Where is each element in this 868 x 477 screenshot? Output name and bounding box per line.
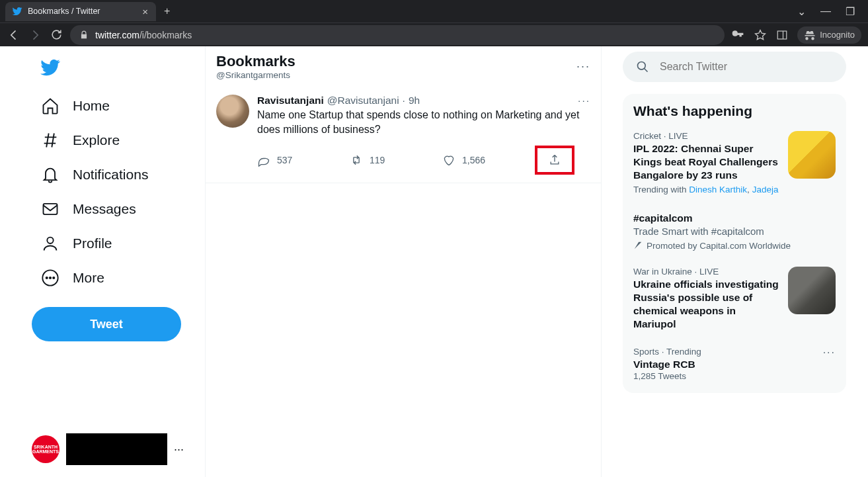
header-more-icon[interactable]: ··· <box>576 60 590 73</box>
promoted-icon <box>633 241 643 250</box>
trend-item[interactable]: War in Ukraine · LIVE Ukraine officials … <box>623 259 846 339</box>
nav-messages[interactable]: Messages <box>32 192 157 226</box>
bell-icon <box>41 165 59 184</box>
tab-strip: Bookmarks / Twitter × + ⌄ ― ❐ <box>0 0 868 22</box>
retweet-icon <box>350 153 363 167</box>
nav-explore[interactable]: Explore <box>32 123 157 157</box>
trend-thumbnail <box>788 267 836 314</box>
reload-button[interactable] <box>49 28 63 42</box>
nav-more[interactable]: More <box>32 261 157 295</box>
back-button[interactable] <box>7 28 21 42</box>
incognito-icon <box>804 29 816 41</box>
account-name-redacted <box>66 433 167 465</box>
search-box[interactable] <box>623 52 846 82</box>
lock-icon <box>79 30 89 40</box>
forward-button[interactable] <box>28 28 42 42</box>
svg-point-5 <box>46 277 48 279</box>
tweet-button[interactable]: Tweet <box>32 307 181 341</box>
svg-point-7 <box>53 277 54 279</box>
svg-rect-0 <box>777 31 787 39</box>
page-title: Bookmarks <box>216 53 296 70</box>
tweet-time[interactable]: 9h <box>409 95 420 107</box>
minimize-icon[interactable]: ― <box>820 5 831 17</box>
account-avatar: SRIKANTH GARMENTS <box>32 435 59 463</box>
tweet-text: Name one Startup that spends close to no… <box>257 108 590 138</box>
share-icon <box>548 153 561 167</box>
page-header: Bookmarks @Srikantgarments ··· <box>206 46 601 87</box>
whats-happening-heading: What's happening <box>623 103 846 123</box>
svg-point-3 <box>47 238 53 243</box>
tweet-avatar[interactable] <box>216 95 249 128</box>
more-circle-icon <box>41 269 59 287</box>
address-bar[interactable]: twitter.com/i/bookmarks <box>70 25 725 45</box>
star-icon[interactable] <box>754 28 767 42</box>
browser-tab[interactable]: Bookmarks / Twitter × <box>5 2 156 21</box>
tweet-more-icon[interactable]: ··· <box>578 95 590 107</box>
search-input[interactable] <box>660 61 833 73</box>
home-icon <box>41 97 59 115</box>
twitter-logo[interactable] <box>32 53 69 85</box>
reply-icon <box>257 153 270 167</box>
trend-item[interactable]: Cricket · LIVE IPL 2022: Chennai Super K… <box>623 123 846 202</box>
page-subtitle: @Srikantgarments <box>216 70 296 80</box>
incognito-indicator[interactable]: Incognito <box>797 26 861 44</box>
nav-notifications[interactable]: Notifications <box>32 157 157 192</box>
chevron-down-icon[interactable]: ⌄ <box>797 5 806 18</box>
reply-button[interactable]: 537 <box>257 153 350 167</box>
trend-thumbnail <box>788 131 836 179</box>
new-tab-button[interactable]: + <box>164 5 170 17</box>
share-button[interactable] <box>535 146 574 175</box>
maximize-icon[interactable]: ❐ <box>846 5 855 18</box>
tweet-handle[interactable]: @Ravisutanjani <box>327 95 399 107</box>
trend-item[interactable]: ··· Sports · Trending Vintage RCB 1,285 … <box>623 339 846 389</box>
svg-rect-2 <box>44 204 58 214</box>
like-button[interactable]: 1,566 <box>442 153 535 167</box>
retweet-button[interactable]: 119 <box>350 153 442 167</box>
nav-home[interactable]: Home <box>32 89 157 123</box>
svg-point-6 <box>50 277 51 279</box>
key-icon[interactable] <box>731 28 744 42</box>
svg-point-8 <box>638 62 646 70</box>
account-more-icon[interactable]: ··· <box>174 443 184 456</box>
trend-more-icon[interactable]: ··· <box>823 347 836 359</box>
heart-icon <box>442 153 455 167</box>
trend-item[interactable]: #capitalcom Trade Smart with #capitalcom… <box>623 202 846 258</box>
envelope-icon <box>41 200 59 218</box>
twitter-favicon-icon <box>12 6 22 17</box>
nav-profile[interactable]: Profile <box>32 226 157 261</box>
tweet[interactable]: Ravisutanjani @Ravisutanjani · 9h ··· Na… <box>206 87 601 183</box>
tab-title: Bookmarks / Twitter <box>28 7 100 16</box>
hashtag-icon <box>41 131 59 150</box>
panel-icon[interactable] <box>776 29 788 41</box>
search-icon <box>636 60 649 73</box>
person-icon <box>41 234 59 253</box>
account-switcher[interactable]: SRIKANTH GARMENTS ··· <box>32 433 184 465</box>
tweet-author[interactable]: Ravisutanjani <box>257 95 324 107</box>
close-tab-icon[interactable]: × <box>142 6 148 17</box>
